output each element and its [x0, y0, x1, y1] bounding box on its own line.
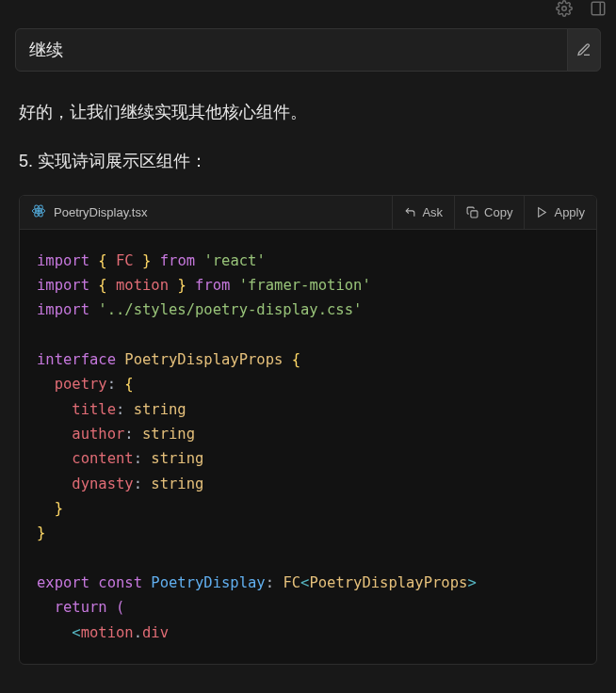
- settings-icon[interactable]: [556, 0, 573, 21]
- prop-poetry: poetry: [55, 376, 107, 393]
- type-string: string: [151, 475, 203, 492]
- svg-point-0: [562, 7, 567, 11]
- brace: {: [292, 351, 300, 368]
- code-body[interactable]: import { FC } from 'react' import { moti…: [20, 230, 596, 665]
- brace: {: [98, 252, 106, 269]
- tag-motion: motion: [81, 624, 134, 641]
- id-fc: FC: [116, 252, 134, 269]
- prop-title: title: [72, 401, 116, 418]
- copy-label: Copy: [484, 205, 512, 219]
- code-block: PoetryDisplay.tsx Ask Copy Apply import …: [19, 195, 597, 666]
- kw-import: import: [37, 252, 89, 269]
- brace: }: [37, 524, 45, 541]
- file-label: PoetryDisplay.tsx: [20, 203, 392, 221]
- kw-const: const: [98, 574, 142, 591]
- collapse-icon[interactable]: [590, 0, 607, 21]
- kw-interface: interface: [37, 351, 116, 368]
- tag-div: div: [142, 624, 169, 641]
- edit-button[interactable]: [567, 28, 601, 72]
- angle: <: [72, 624, 80, 641]
- apply-label: Apply: [554, 205, 585, 219]
- svg-rect-1: [592, 2, 605, 15]
- brace: }: [177, 277, 186, 294]
- prop-content: content: [72, 450, 133, 467]
- str-framer: 'framer-motion': [239, 277, 371, 294]
- type-props: PoetryDisplayProps: [309, 574, 467, 591]
- user-message-box: 继续: [15, 28, 601, 72]
- prop-dynasty: dynasty: [72, 475, 133, 492]
- copy-button[interactable]: Copy: [454, 196, 524, 229]
- kw-from: from: [195, 277, 230, 294]
- type-props: PoetryDisplayProps: [124, 351, 283, 368]
- angle: >: [467, 574, 476, 591]
- code-header: PoetryDisplay.tsx Ask Copy Apply: [20, 196, 596, 230]
- type-fc: FC: [283, 574, 300, 591]
- svg-rect-7: [471, 210, 478, 217]
- step-label: 5. 实现诗词展示区组件：: [19, 150, 597, 172]
- brace: }: [55, 500, 63, 517]
- kw-import: import: [37, 277, 89, 294]
- filename: PoetryDisplay.tsx: [54, 205, 147, 219]
- type-string: string: [142, 426, 195, 443]
- code-actions: Ask Copy Apply: [392, 196, 596, 229]
- ask-label: Ask: [422, 205, 443, 219]
- id-motion: motion: [116, 277, 169, 294]
- prop-author: author: [72, 426, 124, 443]
- top-toolbar: [556, 0, 607, 21]
- str-react: 'react': [203, 252, 265, 269]
- user-message-text: 继续: [29, 39, 63, 61]
- kw-import: import: [37, 301, 89, 318]
- brace: {: [98, 277, 106, 294]
- angle: <: [300, 574, 309, 591]
- component-name: PoetryDisplay: [151, 574, 265, 591]
- kw-export: export: [37, 574, 89, 591]
- str-css: '../styles/poetry-display.css': [98, 301, 362, 318]
- apply-button[interactable]: Apply: [524, 196, 596, 229]
- ask-button[interactable]: Ask: [392, 196, 454, 229]
- brace: {: [124, 376, 133, 393]
- type-string: string: [134, 401, 186, 418]
- kw-from: from: [160, 252, 195, 269]
- dot: .: [134, 624, 142, 641]
- brace: }: [142, 252, 151, 269]
- svg-point-3: [38, 209, 41, 212]
- kw-return: return: [55, 599, 107, 616]
- paren: (: [116, 599, 124, 616]
- assistant-intro: 好的，让我们继续实现其他核心组件。: [19, 98, 597, 127]
- svg-marker-8: [539, 207, 546, 217]
- react-icon: [31, 203, 46, 221]
- type-string: string: [151, 450, 203, 467]
